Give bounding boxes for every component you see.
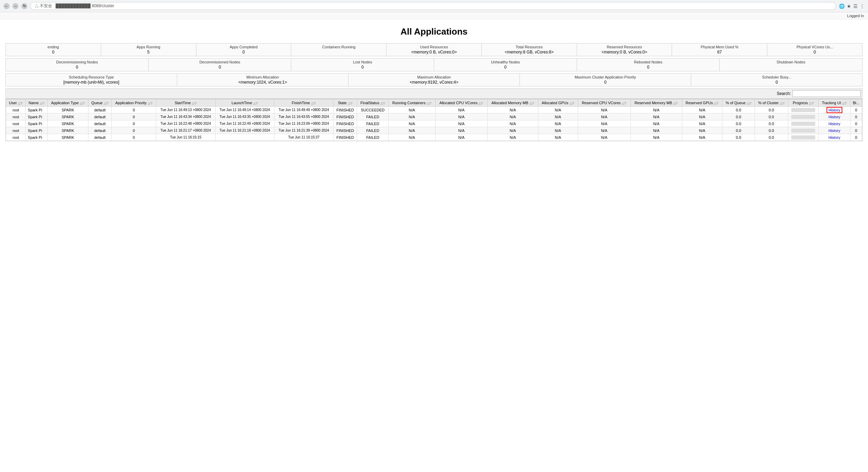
page-title: All Applications bbox=[5, 26, 863, 37]
tracking-ui-cell: History bbox=[819, 127, 850, 134]
stats-row-3: Scheduling Resource Type [memory-mb (uni… bbox=[5, 73, 863, 86]
app-name: Spark Pi bbox=[26, 127, 48, 134]
col-pct-cluster: % of Cluster △▽ bbox=[755, 99, 788, 107]
stat-ending: ending 0 bbox=[6, 44, 101, 56]
col-start-time: StartTime △▽ bbox=[156, 99, 215, 107]
history-link[interactable]: History bbox=[829, 115, 840, 119]
stat-scheduling-resource-type: Scheduling Resource Type [memory-mb (uni… bbox=[6, 74, 177, 86]
warning-icon: △ bbox=[35, 3, 39, 8]
sort-icon-finish[interactable]: △▽ bbox=[311, 101, 316, 105]
reload-button[interactable]: ↻ bbox=[21, 3, 27, 9]
address-bar[interactable]: △ 不安全 ████████████ 8088/cluster bbox=[30, 2, 836, 10]
browser-bar: ← → ↻ △ 不安全 ████████████ 8088/cluster 🌐 … bbox=[0, 0, 868, 12]
sort-icon-launch[interactable]: △▽ bbox=[253, 101, 258, 105]
progress-bar-bg bbox=[791, 135, 815, 140]
sort-icon-res-cpu[interactable]: △▽ bbox=[622, 101, 626, 105]
stat-max-cluster-priority: Maximum Cluster Application Priority 0 bbox=[520, 74, 691, 86]
bookmark-icon[interactable]: ★ bbox=[847, 3, 851, 9]
progress-bar-bg bbox=[791, 122, 815, 126]
col-queue: Queue △▽ bbox=[88, 99, 112, 107]
page-content: All Applications ending 0 Apps Running 5… bbox=[0, 20, 868, 145]
url-text: 不安全 ████████████ 8088/cluster bbox=[40, 3, 114, 8]
progress-bar-cell bbox=[788, 113, 818, 120]
back-button[interactable]: ← bbox=[3, 3, 10, 9]
table-row: rootSpark PiSPARKdefault0Tue Jun 11 16:4… bbox=[6, 113, 862, 120]
sort-icon-final[interactable]: △▽ bbox=[380, 101, 385, 105]
extensions-icon[interactable]: ☰ bbox=[853, 3, 858, 9]
progress-bar-cell bbox=[788, 107, 818, 113]
col-pct-queue: % of Queue △▽ bbox=[722, 99, 755, 107]
stat-min-allocation: Minimum Allocation <memory:1024, vCores:… bbox=[177, 74, 349, 86]
sort-icon-pct-cluster[interactable]: △▽ bbox=[780, 101, 785, 105]
stat-decommissioning-nodes: Decommissioning Nodes 0 bbox=[6, 59, 149, 71]
sort-icon-alloc-cpu[interactable]: △▽ bbox=[478, 101, 483, 105]
stats-row-1: ending 0 Apps Running 5 Apps Completed 0… bbox=[5, 43, 863, 56]
progress-bar-bg bbox=[791, 108, 815, 112]
sort-icon-name[interactable]: △▽ bbox=[40, 101, 45, 105]
app-name: Spark Pi bbox=[26, 134, 48, 141]
tracking-ui-cell: History bbox=[819, 107, 850, 113]
stat-lost-nodes: Lost Nodes 0 bbox=[291, 59, 434, 71]
menu-icon[interactable]: ⋮ bbox=[860, 3, 865, 9]
stat-containers-running: Containers Running bbox=[291, 44, 387, 56]
col-application-type: Application Type △▽ bbox=[48, 99, 88, 107]
history-link[interactable]: History bbox=[829, 129, 840, 133]
logged-in-text: Logged In bbox=[847, 14, 864, 18]
stat-scheduler-busy: Scheduler Busy... 0 bbox=[691, 74, 862, 86]
forward-button[interactable]: → bbox=[12, 3, 19, 9]
sort-icon-alloc-gpu[interactable]: △▽ bbox=[570, 101, 574, 105]
sort-icon-tracking[interactable]: △▽ bbox=[842, 101, 847, 105]
sort-icon-alloc-mem[interactable]: △▽ bbox=[529, 101, 534, 105]
search-label: Search: bbox=[777, 91, 791, 96]
translate-icon[interactable]: 🌐 bbox=[839, 3, 845, 9]
history-link[interactable]: History bbox=[827, 107, 842, 113]
col-priority: Application Priority △▽ bbox=[111, 99, 156, 107]
sort-icon-type[interactable]: △▽ bbox=[80, 101, 85, 105]
sort-icon-user[interactable]: △▽ bbox=[18, 101, 23, 105]
progress-bar-bg bbox=[791, 129, 815, 133]
logged-in-bar: Logged In bbox=[0, 12, 868, 20]
sort-icon-progress[interactable]: △▽ bbox=[809, 101, 814, 105]
history-link[interactable]: History bbox=[829, 122, 840, 126]
sort-icon-res-mem[interactable]: △▽ bbox=[673, 101, 678, 105]
sort-icon-priority[interactable]: △▽ bbox=[148, 101, 152, 105]
app-name: Spark Pi bbox=[26, 113, 48, 120]
col-final-status: FinalStatus △▽ bbox=[357, 99, 389, 107]
sort-icon-start[interactable]: △▽ bbox=[192, 101, 197, 105]
sort-icon-pct-queue[interactable]: △▽ bbox=[747, 101, 751, 105]
sort-icon-state[interactable]: △▽ bbox=[348, 101, 353, 105]
col-launch-time: LaunchTime △▽ bbox=[215, 99, 274, 107]
stat-decommissioned-nodes: Decommissioned Nodes 0 bbox=[149, 59, 292, 71]
col-progress: Progress △▽ bbox=[788, 99, 818, 107]
stat-shutdown-nodes: Shutdown Nodes bbox=[720, 59, 862, 71]
tracking-ui-cell: History bbox=[819, 134, 850, 141]
tracking-ui-cell: History bbox=[819, 113, 850, 120]
col-finish-time: FinishTime △▽ bbox=[274, 99, 333, 107]
sort-icon-containers[interactable]: △▽ bbox=[427, 101, 431, 105]
stat-phys-mem: Physical Mem Used % 67 bbox=[672, 44, 767, 56]
col-bl: Bl... bbox=[850, 99, 862, 107]
history-link[interactable]: History bbox=[829, 135, 840, 140]
sort-icon-queue[interactable]: △▽ bbox=[104, 101, 109, 105]
sort-icon-res-gpu[interactable]: △▽ bbox=[714, 101, 719, 105]
table-row: rootSpark PiSPARKdefault0Tue Jun 11 16:1… bbox=[6, 134, 862, 141]
col-res-mem: Reserved Memory MB △▽ bbox=[631, 99, 682, 107]
progress-bar-cell bbox=[788, 134, 818, 141]
applications-table: User △▽ Name △▽ Application Type △▽ Queu… bbox=[6, 99, 862, 141]
stat-phys-vcores: Physical VCores Us... 0 bbox=[767, 44, 862, 56]
stat-used-resources: Used Resources <memory:0 B, vCores:0> bbox=[387, 44, 482, 56]
stats-row-2: Decommissioning Nodes 0 Decommissioned N… bbox=[5, 58, 863, 71]
progress-bar-cell bbox=[788, 127, 818, 134]
stat-rebooted-nodes: Rebooted Nodes 0 bbox=[577, 59, 720, 71]
stat-unhealthy-nodes: Unhealthy Nodes 0 bbox=[434, 59, 577, 71]
stat-max-allocation: Maximum Allocation <memory:8192, vCores:… bbox=[349, 74, 520, 86]
search-input[interactable] bbox=[792, 90, 861, 97]
app-name: Spark Pi bbox=[26, 120, 48, 127]
browser-toolbar: 🌐 ★ ☰ ⋮ bbox=[839, 3, 865, 9]
col-name: Name △▽ bbox=[26, 99, 48, 107]
progress-bar-bg bbox=[791, 115, 815, 119]
applications-table-wrapper: User △▽ Name △▽ Application Type △▽ Queu… bbox=[5, 99, 863, 141]
app-name: Spark Pi bbox=[26, 107, 48, 113]
table-row: rootSpark PiSPARKdefault0Tue Jun 11 16:2… bbox=[6, 127, 862, 134]
col-res-cpu: Reserved CPU VCores △▽ bbox=[578, 99, 631, 107]
